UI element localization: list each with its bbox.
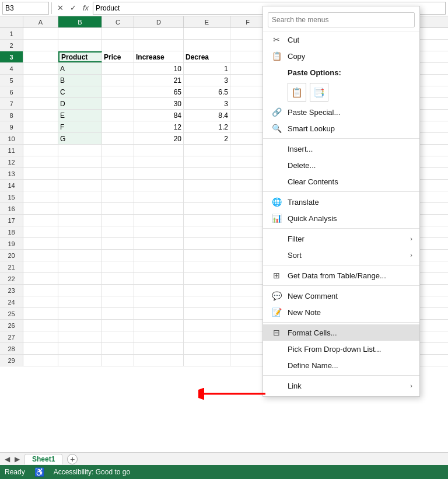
col-header-e[interactable]: E — [184, 16, 230, 27]
cell-15-D[interactable] — [134, 191, 184, 202]
cell-21-E[interactable] — [184, 261, 230, 272]
cell-9-E[interactable]: 1.2 — [184, 121, 230, 132]
cell-3-B[interactable]: Product — [58, 51, 102, 62]
menu-item-translate[interactable]: 🌐Translate — [263, 194, 419, 210]
cell-27-C[interactable] — [102, 331, 134, 342]
cell-6-E[interactable]: 6.5 — [184, 86, 230, 97]
cell-13-A[interactable] — [23, 168, 58, 179]
cell-4-E[interactable]: 1 — [184, 63, 230, 74]
col-header-d[interactable]: D — [134, 16, 184, 27]
menu-item-clear-contents[interactable]: Clear Contents — [263, 173, 419, 190]
cell-29-A[interactable] — [23, 355, 58, 366]
cell-3-F[interactable] — [230, 51, 265, 62]
menu-item-copy[interactable]: 📋Copy — [263, 48, 419, 64]
cell-9-D[interactable]: 12 — [134, 121, 184, 132]
col-header-a[interactable]: A — [23, 16, 58, 27]
col-header-b[interactable]: B — [58, 16, 102, 27]
cell-6-B[interactable]: C — [58, 86, 102, 97]
cell-9-F[interactable] — [230, 121, 265, 132]
row-num-17[interactable]: 17 — [0, 215, 23, 226]
cell-6-D[interactable]: 65 — [134, 86, 184, 97]
menu-item-new-comment[interactable]: 💬New Comment — [263, 288, 419, 304]
cell-5-D[interactable]: 21 — [134, 75, 184, 86]
cell-13-D[interactable] — [134, 168, 184, 179]
cell-8-F[interactable] — [230, 110, 265, 121]
cell-15-E[interactable] — [184, 191, 230, 202]
col-header-f[interactable]: F — [230, 16, 265, 27]
cell-24-F[interactable] — [230, 296, 265, 307]
cell-7-C[interactable] — [102, 98, 134, 109]
cell-2-A[interactable] — [23, 40, 58, 51]
cell-22-D[interactable] — [134, 273, 184, 284]
cell-5-E[interactable]: 3 — [184, 75, 230, 86]
cell-23-C[interactable] — [102, 285, 134, 296]
cell-27-D[interactable] — [134, 331, 184, 342]
cell-18-F[interactable] — [230, 226, 265, 237]
cell-10-B[interactable]: G — [58, 133, 102, 144]
cell-4-C[interactable] — [102, 63, 134, 74]
cell-19-A[interactable] — [23, 238, 58, 249]
cell-29-B[interactable] — [58, 355, 102, 366]
cell-18-E[interactable] — [184, 226, 230, 237]
cell-21-B[interactable] — [58, 261, 102, 272]
cell-29-E[interactable] — [184, 355, 230, 366]
row-num-6[interactable]: 6 — [0, 86, 23, 97]
name-box[interactable]: B3 — [2, 2, 49, 15]
cell-14-F[interactable] — [230, 180, 265, 191]
cell-23-E[interactable] — [184, 285, 230, 296]
cell-10-F[interactable] — [230, 133, 265, 144]
cell-11-C[interactable] — [102, 145, 134, 156]
cell-24-A[interactable] — [23, 296, 58, 307]
cell-11-E[interactable] — [184, 145, 230, 156]
cell-15-F[interactable] — [230, 191, 265, 202]
menu-item-sort[interactable]: Sort› — [263, 247, 419, 263]
cell-1-F[interactable] — [230, 28, 265, 39]
cell-19-C[interactable] — [102, 238, 134, 249]
cell-22-B[interactable] — [58, 273, 102, 284]
cell-24-C[interactable] — [102, 296, 134, 307]
row-num-19[interactable]: 19 — [0, 238, 23, 249]
row-num-1[interactable]: 1 — [0, 28, 23, 39]
cell-23-A[interactable] — [23, 285, 58, 296]
menu-item-smart-lookup[interactable]: 🔍Smart Lookup — [263, 120, 419, 137]
cell-4-A[interactable] — [23, 63, 58, 74]
row-num-9[interactable]: 9 — [0, 121, 23, 132]
cell-4-F[interactable] — [230, 63, 265, 74]
row-num-8[interactable]: 8 — [0, 110, 23, 121]
cell-26-C[interactable] — [102, 320, 134, 331]
cell-21-D[interactable] — [134, 261, 184, 272]
cell-25-C[interactable] — [102, 308, 134, 319]
cell-22-F[interactable] — [230, 273, 265, 284]
cell-14-D[interactable] — [134, 180, 184, 191]
cell-8-E[interactable]: 8.4 — [184, 110, 230, 121]
cell-28-E[interactable] — [184, 343, 230, 354]
cell-28-C[interactable] — [102, 343, 134, 354]
row-num-27[interactable]: 27 — [0, 331, 23, 342]
cell-24-D[interactable] — [134, 296, 184, 307]
cell-25-E[interactable] — [184, 308, 230, 319]
cell-19-E[interactable] — [184, 238, 230, 249]
menu-item-define-name[interactable]: Define Name... — [263, 357, 419, 373]
cell-9-A[interactable] — [23, 121, 58, 132]
cell-8-D[interactable]: 84 — [134, 110, 184, 121]
cell-9-C[interactable] — [102, 121, 134, 132]
row-num-12[interactable]: 12 — [0, 156, 23, 167]
cell-7-F[interactable] — [230, 98, 265, 109]
menu-item-filter[interactable]: Filter› — [263, 230, 419, 247]
cell-26-B[interactable] — [58, 320, 102, 331]
cell-1-A[interactable] — [23, 28, 58, 39]
cell-8-A[interactable] — [23, 110, 58, 121]
menu-item-pick-dropdown[interactable]: Pick From Drop-down List... — [263, 341, 419, 357]
row-num-2[interactable]: 2 — [0, 40, 23, 51]
cell-28-A[interactable] — [23, 343, 58, 354]
cell-6-A[interactable] — [23, 86, 58, 97]
cell-21-A[interactable] — [23, 261, 58, 272]
cell-28-F[interactable] — [230, 343, 265, 354]
cell-1-D[interactable] — [134, 28, 184, 39]
cell-27-E[interactable] — [184, 331, 230, 342]
sheet1-tab[interactable]: Sheet1 — [24, 454, 62, 464]
cell-22-A[interactable] — [23, 273, 58, 284]
cell-11-B[interactable] — [58, 145, 102, 156]
row-num-11[interactable]: 11 — [0, 145, 23, 156]
cell-18-A[interactable] — [23, 226, 58, 237]
